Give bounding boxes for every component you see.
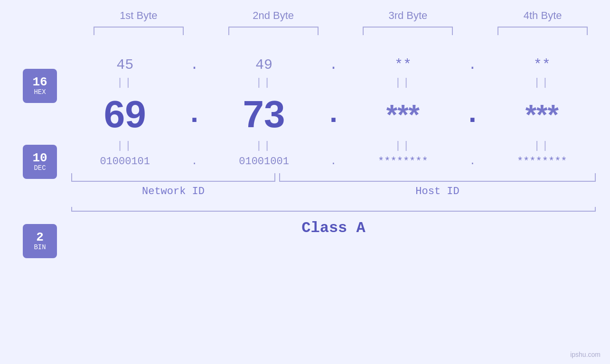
bin-val-3: ******** (356, 156, 450, 168)
bin-dot-3: . (463, 156, 482, 168)
hex-val-2: 49 (216, 57, 311, 73)
class-bracket-row: Class A (71, 207, 596, 237)
network-id-label: Network ID (71, 186, 275, 197)
eq-2: || (216, 77, 311, 89)
top-brackets (0, 27, 610, 35)
byte-label-4: 4th Byte (495, 9, 590, 22)
hex-value-row: 45 . 49 . ** . ** (71, 57, 596, 73)
eq2-3: || (356, 140, 450, 152)
eq2-2: || (216, 140, 311, 152)
dec-value-row: 69 . 73 . *** . *** (71, 93, 596, 136)
bracket-top-2 (228, 27, 319, 35)
class-bracket (71, 207, 596, 212)
bin-val-4: ******** (495, 156, 590, 168)
bottom-brackets (71, 173, 596, 182)
hex-val-1: 45 (77, 57, 172, 73)
eq-dot-1 (185, 77, 204, 89)
eq-3: || (356, 77, 450, 89)
bracket-top-4 (497, 27, 588, 35)
equals-row-2: || || || || (71, 140, 596, 152)
byte-label-2: 2nd Byte (226, 9, 321, 22)
hex-dot-3: . (463, 57, 482, 73)
dec-badge: 10 DEC (23, 145, 57, 179)
hex-dot-1: . (185, 57, 204, 73)
bin-dot-2: . (324, 156, 343, 168)
dec-dot-2: . (324, 93, 343, 136)
hex-dot-2: . (324, 57, 343, 73)
dec-dot-3: . (463, 93, 482, 136)
byte-label-3: 3rd Byte (360, 9, 455, 22)
dec-badge-label: DEC (34, 164, 46, 172)
dec-dot-1: . (185, 93, 204, 136)
hex-val-4: ** (495, 57, 590, 73)
dec-val-3: *** (356, 98, 450, 131)
dec-badge-num: 10 (32, 152, 47, 164)
eq-dot-3 (463, 77, 482, 89)
eq-4: || (495, 77, 590, 89)
bracket-bottom-net (71, 173, 275, 182)
bin-val-1: 01000101 (77, 156, 172, 168)
bin-dot-1: . (185, 156, 204, 168)
hex-badge: 16 HEX (23, 69, 57, 103)
bin-val-2: 01001001 (216, 156, 311, 168)
hex-badge-label: HEX (34, 88, 46, 96)
byte-labels-row: 1st Byte 2nd Byte 3rd Byte 4th Byte (0, 0, 610, 27)
eq-dot-2 (324, 77, 343, 89)
eq2-1: || (77, 140, 172, 152)
id-labels-row: Network ID Host ID (71, 186, 596, 197)
dec-val-4: *** (495, 98, 590, 131)
bin-badge: 2 BIN (23, 224, 57, 258)
hex-badge-num: 16 (32, 76, 47, 88)
eq2-4: || (495, 140, 590, 152)
host-id-label: Host ID (279, 186, 596, 197)
main-container: 1st Byte 2nd Byte 3rd Byte 4th Byte 16 H… (0, 0, 610, 364)
class-label: Class A (71, 219, 596, 237)
bin-badge-label: BIN (34, 243, 46, 252)
bin-badge-num: 2 (36, 231, 44, 243)
bin-value-row: 01000101 . 01001001 . ******** . *******… (71, 156, 596, 168)
dec-val-1: 69 (77, 93, 172, 136)
bracket-top-3 (363, 27, 453, 35)
bracket-top-1 (94, 27, 184, 35)
eq2-dot-3 (463, 140, 482, 152)
byte-label-1: 1st Byte (91, 9, 186, 22)
equals-row-1: || || || || (71, 77, 596, 89)
eq-1: || (77, 77, 172, 89)
bracket-bottom-host (279, 173, 596, 182)
eq2-dot-2 (324, 140, 343, 152)
rows-area: 45 . 49 . ** . ** || || || || 69 . 73 . … (71, 47, 596, 237)
eq2-dot-1 (185, 140, 204, 152)
watermark: ipshu.com (570, 351, 601, 358)
hex-val-3: ** (356, 57, 450, 73)
dec-val-2: 73 (216, 93, 311, 136)
